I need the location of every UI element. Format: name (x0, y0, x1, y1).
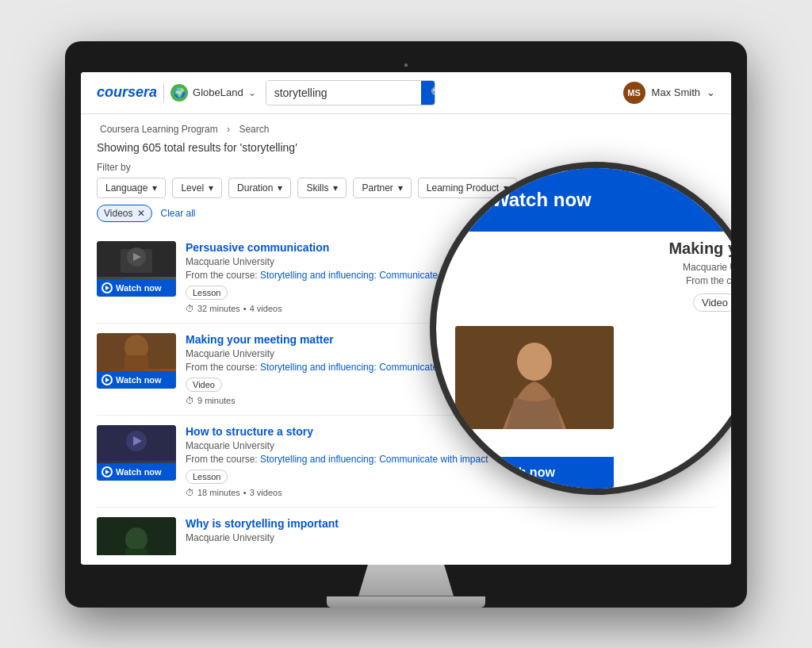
active-filter-label: Videos (104, 208, 132, 219)
filter-level[interactable]: Level ▾ (172, 178, 222, 198)
result-tag-2: Video (186, 378, 222, 392)
magnify-bottom-play-triangle-icon (473, 470, 478, 476)
main-content: Coursera Learning Program › Search Showi… (81, 114, 731, 565)
chevron-down-icon: ⌄ (248, 87, 256, 98)
filter-language-chevron-icon: ▾ (152, 182, 157, 194)
filter-skills-chevron-icon: ▾ (333, 182, 338, 194)
play-circle-icon (102, 282, 113, 293)
coursera-logo: coursera (97, 84, 157, 101)
result-thumbnail-1: Watch now (97, 241, 176, 297)
magnify-overlay: Lesso ⏱ 32 mi Watch now Ma (430, 162, 731, 495)
user-area[interactable]: MS Max Smith ⌄ (623, 82, 715, 104)
search-button[interactable]: 🔍 (421, 81, 435, 105)
big-play-triangle-icon (465, 194, 475, 205)
clear-all-button[interactable]: Clear all (160, 208, 195, 219)
filter-partner[interactable]: Partner ▾ (353, 178, 411, 198)
svg-rect-12 (125, 549, 147, 555)
svg-point-11 (125, 527, 147, 551)
clock-icon: ⏱ (186, 304, 194, 313)
magnify-video-tag: Video (693, 293, 731, 312)
clock-icon-2: ⏱ (186, 396, 194, 405)
breadcrumb-part1[interactable]: Coursera Learning Program (100, 124, 218, 135)
result-duration-3: 18 minutes (197, 488, 240, 497)
breadcrumb-part2: Search (239, 124, 269, 135)
play-triangle-icon-2 (105, 378, 109, 382)
watch-now-label-1: Watch now (116, 283, 162, 293)
magnify-university: Macquarie U (683, 262, 731, 273)
big-watch-now-label: Watch now (492, 189, 592, 211)
play-triangle-icon (105, 286, 109, 290)
result-title-4[interactable]: Why is storytelling important (186, 517, 715, 530)
clock-icon-3: ⏱ (186, 488, 194, 497)
search-bar: 🔍 (266, 80, 435, 105)
watch-now-overlay-3[interactable]: Watch now (97, 463, 176, 481)
play-circle-icon-2 (102, 374, 113, 385)
watch-now-overlay-1[interactable]: Watch now (97, 279, 176, 297)
filter-skills[interactable]: Skills ▾ (297, 178, 347, 198)
filter-duration-chevron-icon: ▾ (278, 182, 282, 194)
result-thumbnail-2: Watch now (97, 333, 176, 389)
monitor-base (327, 596, 485, 608)
magnify-bottom-watch-label: Watch now (488, 466, 555, 480)
logo-area: coursera 🌍 GlobeLand ⌄ (97, 83, 256, 102)
user-name: Max Smith (652, 86, 700, 98)
magnify-video-tag-area: Video (693, 293, 731, 312)
magnify-content: Lesso ⏱ 32 mi Watch now Ma (436, 168, 731, 489)
breadcrumb: Coursera Learning Program › Search (97, 124, 715, 135)
avatar: MS (623, 82, 645, 104)
filter-partner-chevron-icon: ▾ (398, 182, 403, 194)
filter-duration[interactable]: Duration ▾ (228, 178, 291, 198)
magnify-bottom-watch-btn[interactable]: Watch now (455, 457, 614, 489)
monitor-stand (358, 565, 454, 596)
play-triangle-icon-3 (105, 470, 109, 474)
org-name: GlobeLand (193, 86, 243, 98)
nav-divider (163, 83, 164, 102)
result-duration-1: 32 minutes (197, 304, 240, 313)
result-tag-3: Lesson (186, 470, 228, 484)
globe-icon: 🌍 (170, 84, 188, 102)
user-chevron-icon: ⌄ (707, 86, 715, 98)
big-watch-now-bar[interactable]: Watch now (436, 168, 731, 232)
big-play-circle-icon (455, 186, 484, 214)
org-badge[interactable]: 🌍 GlobeLand ⌄ (170, 84, 256, 102)
active-filter-videos[interactable]: Videos ✕ (97, 205, 152, 222)
result-bullet: • (243, 304, 247, 313)
svg-rect-6 (124, 355, 148, 369)
watch-now-label-3: Watch now (116, 467, 162, 477)
result-duration-2: 9 minutes (197, 396, 236, 405)
magnify-bottom-play-circle-icon (466, 465, 482, 481)
result-thumbnail-4 (97, 517, 176, 555)
breadcrumb-separator: › (227, 124, 230, 135)
filter-level-chevron-icon: ▾ (209, 182, 213, 194)
result-videos-1: 4 videos (250, 304, 282, 313)
watch-now-overlay-2[interactable]: Watch now (97, 371, 176, 389)
result-item-4: Why is storytelling important Macquarie … (97, 508, 715, 555)
search-input[interactable] (266, 81, 421, 105)
watch-now-label-2: Watch now (116, 375, 162, 385)
result-thumbnail-3: Watch now (97, 425, 176, 481)
svg-point-15 (517, 343, 552, 381)
result-university-4: Macquarie University (186, 532, 715, 543)
result-videos-3: 3 videos (250, 488, 282, 497)
close-icon[interactable]: ✕ (137, 208, 145, 219)
magnify-video-thumbnail (455, 326, 614, 429)
play-circle-icon-3 (102, 466, 113, 477)
results-summary: Showing 605 total results for 'storytell… (97, 141, 715, 154)
result-tag-1: Lesson (186, 286, 228, 300)
result-info-4: Why is storytelling important Macquarie … (186, 517, 715, 546)
magnify-course: From the co (686, 275, 731, 286)
magnify-title: Making y (668, 240, 731, 258)
filter-language[interactable]: Language ▾ (97, 178, 166, 198)
result-bullet-3: • (243, 488, 247, 497)
top-navigation: coursera 🌍 GlobeLand ⌄ 🔍 MS Max Smith ⌄ (81, 72, 731, 114)
